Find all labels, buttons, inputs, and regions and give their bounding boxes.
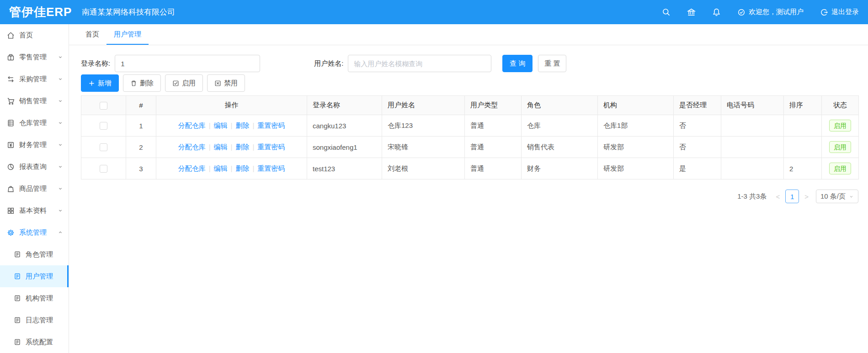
assign-warehouse-link[interactable]: 分配仓库 bbox=[178, 164, 206, 172]
sidebar-item-reports[interactable]: 报表查询 bbox=[0, 156, 69, 178]
search-icon[interactable] bbox=[662, 8, 671, 16]
row-checkbox[interactable] bbox=[100, 165, 107, 173]
sidebar-item-basic-data[interactable]: 基本资料 bbox=[0, 200, 69, 221]
cell-is-manager: 是 bbox=[674, 158, 721, 179]
edit-link[interactable]: 编辑 bbox=[214, 143, 228, 151]
x-square-icon bbox=[214, 80, 221, 87]
current-page-button[interactable]: 1 bbox=[785, 190, 799, 203]
col-phone: 电话号码 bbox=[721, 96, 784, 115]
sidebar-item-system-config[interactable]: 系统配置 bbox=[0, 331, 69, 353]
table-body: 1分配仓库|编辑|删除|重置密码cangku123仓库123普通仓库仓库1部否启… bbox=[81, 115, 859, 179]
sidebar-item-purchase[interactable]: 采购管理 bbox=[0, 68, 69, 90]
page-content: 登录名称: 用户姓名: 查 询 重 置 新增 删除 启用 禁用 bbox=[69, 45, 868, 203]
chevron-down-icon bbox=[58, 142, 63, 148]
select-all-checkbox[interactable] bbox=[100, 102, 107, 110]
sidebar-item-retail[interactable]: 零售管理 bbox=[0, 46, 69, 68]
action-separator: | bbox=[231, 164, 233, 172]
sidebar-item-system[interactable]: 系统管理 bbox=[0, 221, 69, 243]
delete-link[interactable]: 删除 bbox=[235, 143, 249, 151]
col-status: 状态 bbox=[822, 96, 859, 115]
col-sort: 排序 bbox=[784, 96, 822, 115]
sidebar-item-warehouse[interactable]: 仓库管理 bbox=[0, 112, 69, 134]
pagination-total: 1-3 共3条 bbox=[737, 192, 767, 201]
check-square-icon bbox=[172, 80, 179, 87]
cell-org: 研发部 bbox=[598, 137, 674, 158]
sidebar-item-home[interactable]: 首页 bbox=[0, 24, 69, 46]
enable-button[interactable]: 启用 bbox=[165, 74, 203, 92]
table-row: 3分配仓库|编辑|删除|重置密码test123刘老根普通财务研发部是2启用 bbox=[81, 158, 859, 179]
edit-link[interactable]: 编辑 bbox=[214, 121, 228, 129]
col-user-name: 用户姓名 bbox=[382, 96, 465, 115]
sidebar-item-finance[interactable]: 财务管理 bbox=[0, 134, 69, 156]
next-page-button[interactable]: > bbox=[802, 193, 811, 200]
cell-login-name: test123 bbox=[307, 158, 382, 179]
user-name-input[interactable] bbox=[348, 55, 491, 72]
sidebar-item-goods[interactable]: 商品管理 bbox=[0, 178, 69, 200]
welcome-text: 欢迎您，测试用户 bbox=[749, 8, 804, 16]
sidebar-item-org-management[interactable]: 机构管理 bbox=[0, 287, 69, 309]
cell-user-type: 普通 bbox=[465, 137, 522, 158]
login-name-label: 登录名称: bbox=[81, 59, 110, 68]
status-badge: 启用 bbox=[829, 141, 851, 153]
cell-role: 财务 bbox=[522, 158, 598, 179]
tab-home[interactable]: 首页 bbox=[78, 24, 107, 45]
sidebar-item-sales[interactable]: 销售管理 bbox=[0, 90, 69, 112]
warehouse-icon bbox=[7, 119, 15, 127]
cell-phone bbox=[721, 158, 784, 179]
sidebar-item-role-management[interactable]: 角色管理 bbox=[0, 243, 69, 265]
login-name-input[interactable] bbox=[115, 55, 260, 72]
cell-is-manager: 否 bbox=[674, 137, 721, 158]
reset-button[interactable]: 重 置 bbox=[538, 55, 566, 72]
search-form: 登录名称: 用户姓名: 查 询 重 置 bbox=[81, 55, 860, 72]
add-button[interactable]: 新增 bbox=[81, 74, 119, 92]
chevron-down-icon bbox=[58, 186, 63, 191]
reset-password-link[interactable]: 重置密码 bbox=[257, 121, 285, 129]
action-separator: | bbox=[231, 143, 233, 151]
assign-warehouse-link[interactable]: 分配仓库 bbox=[178, 121, 206, 129]
cell-org: 研发部 bbox=[598, 158, 674, 179]
query-button[interactable]: 查 询 bbox=[502, 55, 533, 72]
prev-page-button[interactable]: < bbox=[773, 193, 783, 200]
sidebar-item-log-management[interactable]: 日志管理 bbox=[0, 309, 69, 331]
assign-warehouse-link[interactable]: 分配仓库 bbox=[178, 143, 206, 151]
delete-button[interactable]: 删除 bbox=[123, 74, 161, 92]
cell-user-name: 刘老根 bbox=[382, 158, 465, 179]
delete-link[interactable]: 删除 bbox=[235, 121, 249, 129]
finance-icon bbox=[7, 141, 15, 149]
cell-sort bbox=[784, 137, 822, 158]
logout-button[interactable]: 退出登录 bbox=[820, 8, 859, 16]
plus-icon bbox=[88, 80, 95, 87]
user-name-label: 用户姓名: bbox=[314, 59, 343, 68]
document-icon bbox=[14, 316, 21, 324]
table-header-row: # 操作 登录名称 用户姓名 用户类型 角色 机构 是否经理 电话号码 排序 状… bbox=[81, 96, 859, 115]
action-separator: | bbox=[252, 121, 254, 129]
col-actions: 操作 bbox=[156, 96, 307, 115]
sales-cart-icon bbox=[7, 97, 15, 105]
reset-password-link[interactable]: 重置密码 bbox=[257, 143, 285, 151]
main-area: 首页 用户管理 登录名称: 用户姓名: 查 询 重 置 新增 删除 启用 bbox=[69, 24, 868, 203]
bell-icon[interactable] bbox=[712, 8, 721, 16]
row-checkbox[interactable] bbox=[100, 143, 107, 151]
row-index: 1 bbox=[126, 115, 156, 137]
page-size-select[interactable]: 10 条/页 bbox=[816, 190, 858, 203]
chevron-down-icon bbox=[58, 54, 63, 60]
document-icon bbox=[14, 295, 21, 302]
action-separator: | bbox=[252, 164, 254, 172]
reset-password-link[interactable]: 重置密码 bbox=[257, 164, 285, 172]
tab-user-management[interactable]: 用户管理 bbox=[107, 24, 149, 45]
toolbar: 新增 删除 启用 禁用 bbox=[81, 74, 860, 92]
report-pie-icon bbox=[7, 163, 15, 171]
logout-icon bbox=[820, 8, 828, 16]
delete-link[interactable]: 删除 bbox=[235, 164, 249, 172]
cell-phone bbox=[721, 137, 784, 158]
cell-login-name: cangku123 bbox=[307, 115, 382, 137]
disable-button[interactable]: 禁用 bbox=[207, 74, 245, 92]
sidebar-item-user-management[interactable]: 用户管理 bbox=[0, 265, 69, 287]
edit-link[interactable]: 编辑 bbox=[214, 164, 228, 172]
chevron-down-icon bbox=[58, 164, 63, 169]
bank-icon[interactable] bbox=[687, 8, 696, 16]
welcome-user[interactable]: 欢迎您，测试用户 bbox=[737, 8, 804, 16]
topbar-actions: 欢迎您，测试用户 退出登录 bbox=[645, 8, 868, 16]
user-table: # 操作 登录名称 用户姓名 用户类型 角色 机构 是否经理 电话号码 排序 状… bbox=[81, 95, 859, 179]
row-checkbox[interactable] bbox=[100, 122, 107, 130]
